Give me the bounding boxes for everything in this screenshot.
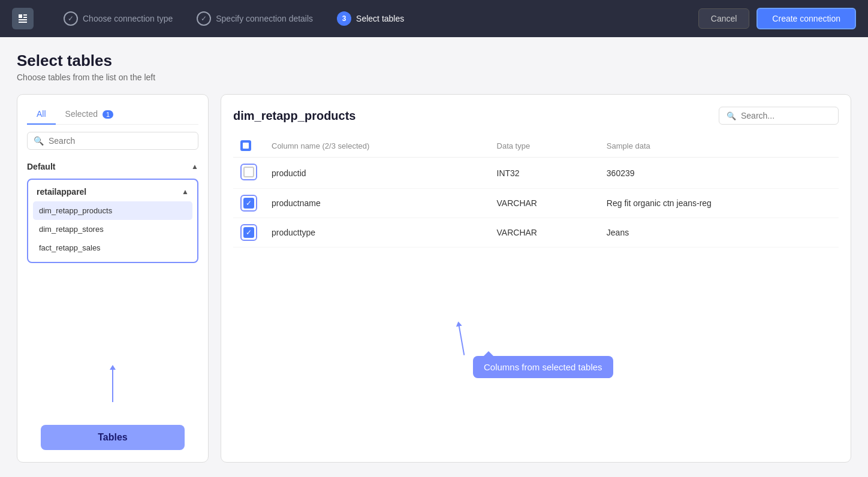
select-all-header[interactable] <box>233 134 264 158</box>
annotation-arrow-container <box>112 369 113 402</box>
schema-chevron-up-icon: ▲ <box>182 188 189 196</box>
page-title: Select tables <box>17 52 851 70</box>
tooltip-arrow-head <box>456 321 462 327</box>
select-all-checkbox[interactable] <box>240 140 251 151</box>
default-section-label: Default <box>27 162 55 171</box>
column-search-input[interactable] <box>741 111 831 120</box>
row-2-name: producttype <box>264 218 490 247</box>
row-2-checkbox-cell[interactable]: ✓ <box>233 218 264 247</box>
svg-rect-3 <box>19 19 27 20</box>
create-connection-button[interactable]: Create connection <box>757 8 856 29</box>
row-0-name: productid <box>264 158 490 189</box>
col-type-header: Data type <box>490 134 599 158</box>
column-search-box[interactable]: 🔍 <box>719 107 839 125</box>
cancel-button[interactable]: Cancel <box>698 8 750 29</box>
svg-rect-0 <box>19 14 22 18</box>
arrow-head-up <box>110 365 116 370</box>
table-item-2[interactable]: fact_retapp_sales <box>33 238 192 257</box>
columns-table: Column name (2/3 selected) Data type Sam… <box>233 134 839 247</box>
row-1-checkbox-cell[interactable]: ✓ <box>233 189 264 218</box>
row-0-type: INT32 <box>490 158 599 189</box>
right-panel: dim_retapp_products 🔍 Column name (2/3 s <box>221 94 851 463</box>
table-row: ✓ producttype VARCHAR Jeans <box>233 218 839 247</box>
wizard-steps: ✓ Choose connection type ✓ Specify conne… <box>52 11 698 26</box>
left-panel: All Selected 1 🔍 Default ▲ retailapparel… <box>17 94 209 463</box>
selected-table-name: dim_retapp_products <box>233 109 355 123</box>
schema-name: retailapparel <box>37 187 86 197</box>
row-1-type: VARCHAR <box>490 189 599 218</box>
col-name-header: Column name (2/3 selected) <box>264 134 490 158</box>
tabs: All Selected 1 <box>27 104 198 125</box>
row-1-checkbox[interactable]: ✓ <box>243 198 254 209</box>
tooltip-arrow-line <box>459 325 465 355</box>
tables-button[interactable]: Tables <box>41 425 185 450</box>
header-actions: Cancel Create connection <box>698 8 856 29</box>
checkbox-highlight: ✓ <box>240 195 257 212</box>
selected-badge: 1 <box>103 110 113 119</box>
step-2-label: Specify connection details <box>216 14 313 23</box>
logo-icon <box>12 8 34 29</box>
row-2-checkbox[interactable]: ✓ <box>243 227 254 238</box>
schema-box: retailapparel ▲ dim_retapp_products dim_… <box>27 179 198 263</box>
svg-rect-2 <box>23 17 27 18</box>
column-search-icon: 🔍 <box>727 111 736 120</box>
step-3-icon: 3 <box>337 11 351 26</box>
chevron-up-icon: ▲ <box>191 162 198 171</box>
row-1-name: productname <box>264 189 490 218</box>
columns-tooltip: Columns from selected tables <box>473 356 613 378</box>
table-row: productid INT32 360239 <box>233 158 839 189</box>
row-0-checkbox[interactable] <box>243 167 254 177</box>
checkbox-highlight: ✓ <box>240 224 257 241</box>
header: ✓ Choose connection type ✓ Specify conne… <box>0 0 868 37</box>
step-3-label: Select tables <box>356 14 404 23</box>
row-2-type: VARCHAR <box>490 218 599 247</box>
step-1: ✓ Choose connection type <box>52 11 185 26</box>
schema-header: retailapparel ▲ <box>33 185 192 201</box>
search-box[interactable]: 🔍 <box>27 132 198 150</box>
step-1-icon: ✓ <box>64 11 78 26</box>
step-3: 3 Select tables <box>325 11 416 26</box>
page-subtitle: Choose tables from the list on the left <box>17 73 851 82</box>
step-1-label: Choose connection type <box>83 14 173 23</box>
right-panel-header: dim_retapp_products 🔍 <box>233 107 839 125</box>
table-item-1[interactable]: dim_retapp_stores <box>33 220 192 238</box>
annotation-arrow-line <box>112 369 113 402</box>
tab-selected[interactable]: Selected 1 <box>56 104 123 125</box>
row-0-checkbox-cell[interactable] <box>233 158 264 189</box>
row-1-sample: Reg fit organic ctn jeans-reg <box>599 189 839 218</box>
main-content: Select tables Choose tables from the lis… <box>0 37 868 477</box>
default-section-header[interactable]: Default ▲ <box>27 158 198 175</box>
svg-rect-4 <box>19 22 27 23</box>
row-2-sample: Jeans <box>599 218 839 247</box>
table-header-row: Column name (2/3 selected) Data type Sam… <box>233 134 839 158</box>
svg-rect-1 <box>23 14 27 16</box>
search-icon: 🔍 <box>34 136 44 146</box>
checkbox-highlight <box>240 164 257 180</box>
content-area: All Selected 1 🔍 Default ▲ retailapparel… <box>17 94 851 463</box>
row-0-sample: 360239 <box>599 158 839 189</box>
logo <box>12 8 34 29</box>
table-item-0[interactable]: dim_retapp_products <box>33 201 192 220</box>
search-input[interactable] <box>49 136 192 146</box>
select-all-icon <box>243 143 249 149</box>
step-2-icon: ✓ <box>197 11 211 26</box>
table-row: ✓ productname VARCHAR Reg fit organic ct… <box>233 189 839 218</box>
tab-all[interactable]: All <box>27 104 56 125</box>
col-sample-header: Sample data <box>599 134 839 158</box>
step-2: ✓ Specify connection details <box>185 11 325 26</box>
